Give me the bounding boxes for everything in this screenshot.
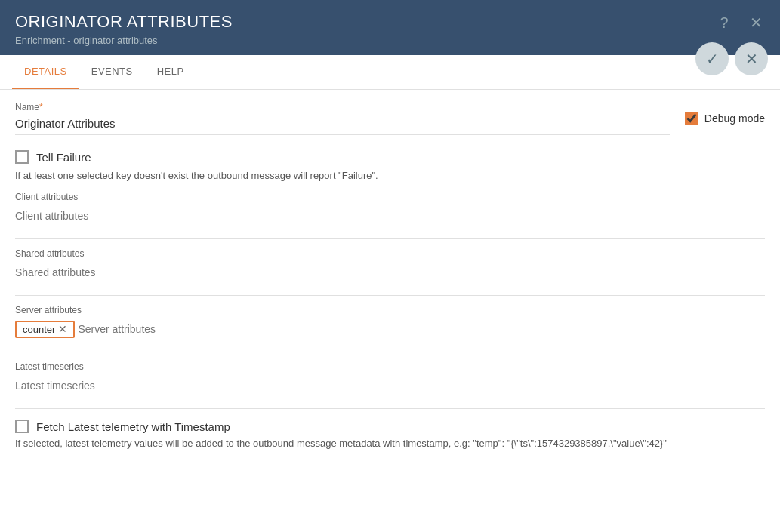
latest-timeseries-label: Latest timeseries	[15, 361, 765, 372]
client-attributes-input-row	[15, 207, 765, 229]
cancel-icon: ✕	[745, 50, 758, 68]
shared-attributes-input-row	[15, 263, 765, 286]
server-attributes-chip: counter ✕	[15, 321, 75, 338]
tell-failure-row: Tell Failure	[15, 150, 765, 164]
client-attributes-section: Client attributes	[15, 192, 765, 239]
chip-close-icon[interactable]: ✕	[58, 324, 67, 334]
debug-mode-label: Debug mode	[704, 112, 765, 125]
fetch-telemetry-description: If selected, latest telemetry values wil…	[15, 438, 765, 449]
latest-timeseries-section: Latest timeseries	[15, 361, 765, 409]
tell-failure-label: Tell Failure	[36, 151, 91, 164]
cancel-button[interactable]: ✕	[735, 42, 768, 75]
server-attributes-input[interactable]	[78, 323, 765, 335]
header-title: ORIGINATOR ATTRIBUTES	[15, 12, 765, 32]
name-field-wrap: Name*	[15, 102, 670, 135]
server-attributes-label: Server attributes	[15, 305, 765, 315]
client-attributes-label: Client attributes	[15, 192, 765, 202]
header-icons: ? ✕	[712, 11, 768, 35]
name-input[interactable]	[15, 114, 670, 135]
shared-attributes-input[interactable]	[15, 266, 765, 278]
server-attributes-input-row: counter ✕	[15, 320, 765, 343]
name-label: Name*	[15, 102, 670, 112]
tab-events[interactable]: EVENTS	[79, 55, 145, 89]
header: ORIGINATOR ATTRIBUTES Enrichment - origi…	[0, 0, 780, 55]
tab-details[interactable]: DETAILS	[12, 55, 79, 89]
latest-timeseries-input-row	[15, 377, 765, 399]
server-attributes-section: Server attributes counter ✕	[15, 305, 765, 352]
tell-failure-description: If at least one selected key doesn't exi…	[15, 170, 765, 181]
confirm-button[interactable]: ✓	[695, 42, 729, 75]
tell-failure-checkbox[interactable]	[15, 150, 29, 164]
close-icon: ✕	[750, 14, 763, 32]
content-area: Name* Debug mode Tell Failure If at leas…	[0, 90, 780, 461]
tabs-bar: DETAILS EVENTS HELP	[0, 55, 780, 90]
help-icon-button[interactable]: ?	[712, 11, 736, 35]
name-debug-row: Name* Debug mode	[15, 102, 765, 135]
debug-mode-section: Debug mode	[685, 112, 765, 125]
header-subtitle: Enrichment - originator attributes	[15, 35, 765, 46]
shared-attributes-label: Shared attributes	[15, 248, 765, 259]
fetch-telemetry-checkbox[interactable]	[15, 420, 29, 433]
shared-attributes-section: Shared attributes	[15, 248, 765, 296]
fetch-telemetry-label: Fetch Latest telemetry with Timestamp	[36, 420, 230, 433]
help-icon: ?	[720, 14, 728, 32]
chip-label: counter	[23, 324, 55, 335]
debug-mode-checkbox[interactable]	[685, 112, 698, 125]
fetch-telemetry-row: Fetch Latest telemetry with Timestamp	[15, 420, 765, 433]
close-icon-button[interactable]: ✕	[744, 11, 768, 35]
latest-timeseries-input[interactable]	[15, 380, 765, 392]
client-attributes-input[interactable]	[15, 210, 765, 222]
tab-help[interactable]: HELP	[145, 55, 196, 89]
action-buttons: ✓ ✕	[695, 42, 768, 75]
required-marker: *	[39, 102, 43, 112]
check-icon: ✓	[706, 50, 719, 68]
